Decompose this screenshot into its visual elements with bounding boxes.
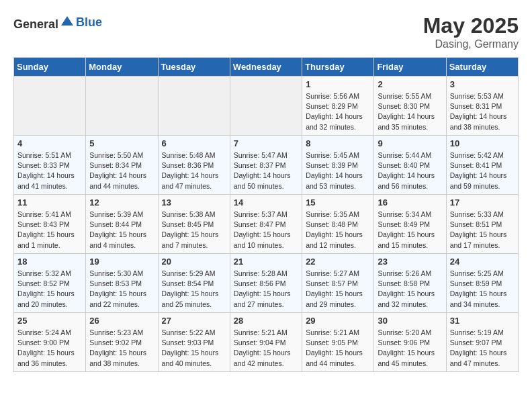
day-info: Sunrise: 5:26 AMSunset: 8:58 PMDaylight:… [378, 269, 442, 310]
day-number: 23 [378, 257, 442, 267]
calendar-cell: 20Sunrise: 5:29 AMSunset: 8:54 PMDayligh… [158, 254, 230, 313]
day-info: Sunrise: 5:34 AMSunset: 8:49 PMDaylight:… [378, 210, 442, 250]
title-area: May 2025 Dasing, Germany [423, 13, 519, 50]
day-info: Sunrise: 5:50 AMSunset: 8:34 PMDaylight:… [89, 150, 154, 191]
day-info: Sunrise: 5:25 AMSunset: 8:59 PMDaylight:… [450, 269, 515, 310]
calendar-cell: 16Sunrise: 5:34 AMSunset: 8:49 PMDayligh… [374, 195, 446, 254]
calendar-cell: 25Sunrise: 5:24 AMSunset: 9:00 PMDayligh… [14, 313, 86, 372]
calendar-week-row: 25Sunrise: 5:24 AMSunset: 9:00 PMDayligh… [14, 313, 519, 372]
day-number: 16 [378, 197, 442, 208]
logo-icon [60, 13, 75, 28]
day-info: Sunrise: 5:28 AMSunset: 8:56 PMDaylight:… [234, 269, 298, 310]
calendar-cell: 15Sunrise: 5:35 AMSunset: 8:48 PMDayligh… [302, 195, 374, 254]
logo-text: General [13, 13, 75, 32]
day-number: 19 [89, 257, 154, 267]
day-number: 30 [378, 316, 442, 326]
day-info: Sunrise: 5:35 AMSunset: 8:48 PMDaylight:… [306, 210, 370, 250]
day-info: Sunrise: 5:20 AMSunset: 9:06 PMDaylight:… [378, 328, 442, 369]
day-info: Sunrise: 5:41 AMSunset: 8:43 PMDaylight:… [17, 210, 82, 250]
day-number: 13 [162, 197, 226, 208]
day-info: Sunrise: 5:21 AMSunset: 9:04 PMDaylight:… [234, 328, 298, 369]
calendar-cell: 14Sunrise: 5:37 AMSunset: 8:47 PMDayligh… [230, 195, 302, 254]
logo-blue-text: Blue [76, 15, 102, 30]
day-info: Sunrise: 5:22 AMSunset: 9:03 PMDaylight:… [162, 328, 226, 369]
calendar-cell: 23Sunrise: 5:26 AMSunset: 8:58 PMDayligh… [374, 254, 446, 313]
logo-general: General [13, 17, 58, 31]
calendar-week-row: 18Sunrise: 5:32 AMSunset: 8:52 PMDayligh… [14, 254, 519, 313]
weekday-header: Thursday [302, 58, 374, 77]
weekday-header: Tuesday [158, 58, 230, 77]
page-header: General Blue May 2025 Dasing, Germany [13, 13, 519, 50]
calendar-cell: 6Sunrise: 5:48 AMSunset: 8:36 PMDaylight… [158, 136, 230, 195]
day-number: 27 [162, 316, 226, 326]
calendar-cell: 26Sunrise: 5:23 AMSunset: 9:02 PMDayligh… [86, 313, 158, 372]
day-info: Sunrise: 5:47 AMSunset: 8:37 PMDaylight:… [234, 150, 298, 191]
day-info: Sunrise: 5:56 AMSunset: 8:29 PMDaylight:… [306, 91, 370, 132]
weekday-header: Saturday [446, 58, 518, 77]
calendar-cell: 24Sunrise: 5:25 AMSunset: 8:59 PMDayligh… [446, 254, 518, 313]
day-info: Sunrise: 5:37 AMSunset: 8:47 PMDaylight:… [234, 210, 298, 250]
calendar-cell [14, 77, 86, 136]
calendar-cell: 1Sunrise: 5:56 AMSunset: 8:29 PMDaylight… [302, 77, 374, 136]
calendar-cell: 7Sunrise: 5:47 AMSunset: 8:37 PMDaylight… [230, 136, 302, 195]
calendar-cell: 12Sunrise: 5:39 AMSunset: 8:44 PMDayligh… [86, 195, 158, 254]
calendar-cell: 29Sunrise: 5:21 AMSunset: 9:05 PMDayligh… [302, 313, 374, 372]
day-info: Sunrise: 5:55 AMSunset: 8:30 PMDaylight:… [378, 91, 442, 132]
day-number: 24 [450, 257, 515, 267]
day-info: Sunrise: 5:27 AMSunset: 8:57 PMDaylight:… [306, 269, 370, 310]
day-number: 21 [234, 257, 298, 267]
day-number: 4 [17, 138, 82, 148]
calendar-cell: 10Sunrise: 5:42 AMSunset: 8:41 PMDayligh… [446, 136, 518, 195]
day-info: Sunrise: 5:45 AMSunset: 8:39 PMDaylight:… [306, 150, 370, 191]
day-number: 12 [89, 197, 154, 208]
day-number: 31 [450, 316, 515, 326]
calendar-cell: 13Sunrise: 5:38 AMSunset: 8:45 PMDayligh… [158, 195, 230, 254]
calendar-week-row: 1Sunrise: 5:56 AMSunset: 8:29 PMDaylight… [14, 77, 519, 136]
day-info: Sunrise: 5:32 AMSunset: 8:52 PMDaylight:… [17, 269, 82, 310]
day-number: 9 [378, 138, 442, 148]
weekday-header: Monday [86, 58, 158, 77]
day-number: 8 [306, 138, 370, 148]
day-info: Sunrise: 5:24 AMSunset: 9:00 PMDaylight:… [17, 328, 82, 369]
day-info: Sunrise: 5:42 AMSunset: 8:41 PMDaylight:… [450, 150, 515, 191]
day-number: 10 [450, 138, 515, 148]
day-number: 2 [378, 79, 442, 89]
calendar-cell: 31Sunrise: 5:19 AMSunset: 9:07 PMDayligh… [446, 313, 518, 372]
day-info: Sunrise: 5:19 AMSunset: 9:07 PMDaylight:… [450, 328, 515, 369]
header-row: SundayMondayTuesdayWednesdayThursdayFrid… [14, 58, 519, 77]
day-info: Sunrise: 5:23 AMSunset: 9:02 PMDaylight:… [89, 328, 154, 369]
month-title: May 2025 [423, 13, 519, 38]
weekday-header: Wednesday [230, 58, 302, 77]
day-info: Sunrise: 5:51 AMSunset: 8:33 PMDaylight:… [17, 150, 82, 191]
calendar-cell: 30Sunrise: 5:20 AMSunset: 9:06 PMDayligh… [374, 313, 446, 372]
day-number: 1 [306, 79, 370, 89]
weekday-header: Sunday [14, 58, 86, 77]
calendar-cell: 19Sunrise: 5:30 AMSunset: 8:53 PMDayligh… [86, 254, 158, 313]
day-info: Sunrise: 5:53 AMSunset: 8:31 PMDaylight:… [450, 91, 515, 132]
calendar-cell: 5Sunrise: 5:50 AMSunset: 8:34 PMDaylight… [86, 136, 158, 195]
calendar-week-row: 11Sunrise: 5:41 AMSunset: 8:43 PMDayligh… [14, 195, 519, 254]
calendar-week-row: 4Sunrise: 5:51 AMSunset: 8:33 PMDaylight… [14, 136, 519, 195]
day-number: 18 [17, 257, 82, 267]
calendar-cell: 18Sunrise: 5:32 AMSunset: 8:52 PMDayligh… [14, 254, 86, 313]
calendar-cell: 4Sunrise: 5:51 AMSunset: 8:33 PMDaylight… [14, 136, 86, 195]
day-info: Sunrise: 5:21 AMSunset: 9:05 PMDaylight:… [306, 328, 370, 369]
calendar-cell: 2Sunrise: 5:55 AMSunset: 8:30 PMDaylight… [374, 77, 446, 136]
calendar-cell: 27Sunrise: 5:22 AMSunset: 9:03 PMDayligh… [158, 313, 230, 372]
day-number: 29 [306, 316, 370, 326]
day-info: Sunrise: 5:29 AMSunset: 8:54 PMDaylight:… [162, 269, 226, 310]
calendar-cell [86, 77, 158, 136]
day-number: 6 [162, 138, 226, 148]
calendar-cell: 21Sunrise: 5:28 AMSunset: 8:56 PMDayligh… [230, 254, 302, 313]
day-info: Sunrise: 5:30 AMSunset: 8:53 PMDaylight:… [89, 269, 154, 310]
location-title: Dasing, Germany [423, 38, 519, 50]
day-info: Sunrise: 5:48 AMSunset: 8:36 PMDaylight:… [162, 150, 226, 191]
day-info: Sunrise: 5:44 AMSunset: 8:40 PMDaylight:… [378, 150, 442, 191]
day-info: Sunrise: 5:33 AMSunset: 8:51 PMDaylight:… [450, 210, 515, 250]
day-info: Sunrise: 5:39 AMSunset: 8:44 PMDaylight:… [89, 210, 154, 250]
calendar-cell: 8Sunrise: 5:45 AMSunset: 8:39 PMDaylight… [302, 136, 374, 195]
day-number: 15 [306, 197, 370, 208]
calendar-cell: 9Sunrise: 5:44 AMSunset: 8:40 PMDaylight… [374, 136, 446, 195]
svg-marker-0 [61, 16, 73, 26]
day-number: 26 [89, 316, 154, 326]
